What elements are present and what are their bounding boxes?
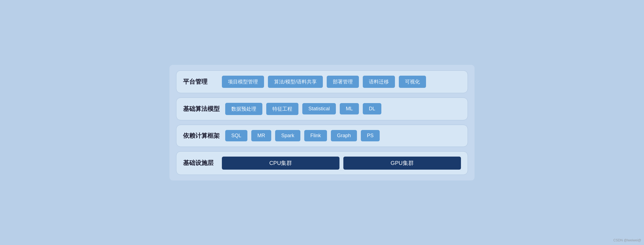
tags-compute: SQL MR Spark Flink Graph PS	[225, 130, 461, 141]
tag-feature: 特征工程	[266, 103, 298, 115]
tag-mr: MR	[251, 130, 271, 141]
watermark: CSDN @lweiwei@	[613, 238, 641, 242]
tag-ps: PS	[361, 130, 380, 141]
tag-gpu: GPU集群	[343, 157, 461, 170]
row-compute-framework: 依赖计算框架 SQL MR Spark Flink Graph PS	[176, 125, 468, 147]
tags-basic-algo: 数据预处理 特征工程 Statistical ML DL	[225, 103, 461, 115]
row-label-compute: 依赖计算框架	[183, 132, 220, 140]
row-label-platform: 平台管理	[183, 78, 216, 86]
row-basic-algo: 基础算法模型 数据预处理 特征工程 Statistical ML DL	[176, 98, 468, 120]
tag-migrate: 语料迁移	[363, 76, 395, 88]
tag-flink: Flink	[304, 130, 327, 141]
tag-preprocess: 数据预处理	[225, 103, 262, 115]
row-label-infra: 基础设施层	[183, 159, 216, 167]
tag-cpu: CPU集群	[222, 157, 339, 170]
tag-dl: DL	[363, 103, 381, 114]
tags-infra: CPU集群 GPU集群	[222, 157, 461, 170]
diagram-container: 平台管理 项目模型管理 算法/模型/语料共享 部署管理 语料迁移 可视化 基础算…	[169, 65, 475, 180]
tag-deploy: 部署管理	[327, 76, 359, 88]
tag-statistical: Statistical	[302, 103, 336, 114]
tag-project: 项目模型管理	[222, 76, 264, 88]
tags-platform: 项目模型管理 算法/模型/语料共享 部署管理 语料迁移 可视化	[222, 76, 461, 88]
tag-algo: 算法/模型/语料共享	[268, 76, 323, 88]
row-label-basic-algo: 基础算法模型	[183, 105, 220, 113]
row-platform-management: 平台管理 项目模型管理 算法/模型/语料共享 部署管理 语料迁移 可视化	[176, 70, 468, 93]
tag-graph: Graph	[331, 130, 357, 141]
tag-ml: ML	[340, 103, 359, 114]
row-infra: 基础设施层 CPU集群 GPU集群	[176, 151, 468, 175]
tag-spark: Spark	[275, 130, 300, 141]
tag-sql: SQL	[225, 130, 247, 141]
tag-visual: 可视化	[399, 76, 426, 88]
